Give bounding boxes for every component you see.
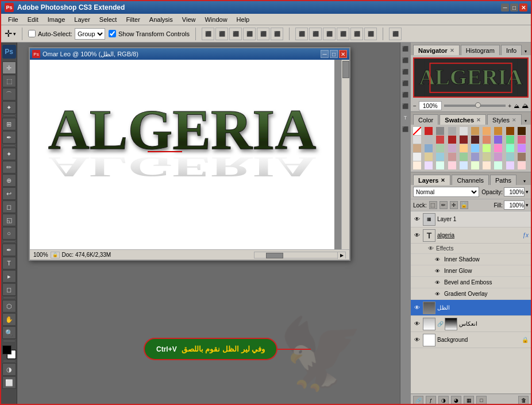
swatch-item[interactable] — [436, 136, 444, 144]
navigator-tab-close[interactable]: ✕ — [450, 48, 454, 53]
swatch-item[interactable] — [494, 127, 502, 135]
doc-restore-button[interactable]: □ — [330, 50, 338, 58]
algeria-eye[interactable]: 👁 — [413, 232, 421, 240]
menu-file[interactable]: File — [3, 15, 23, 24]
fill-input[interactable] — [504, 200, 525, 210]
link-layers-button[interactable]: 🔗 — [413, 396, 423, 405]
lasso-tool[interactable]: ⌒ — [2, 88, 16, 101]
swatch-item[interactable] — [494, 153, 502, 161]
swatch-item[interactable] — [494, 136, 502, 144]
text-tool[interactable]: T — [2, 257, 16, 269]
swatch-item[interactable] — [425, 161, 433, 169]
side-icon-3[interactable]: ⬛ — [402, 68, 410, 76]
swatch-item[interactable] — [483, 136, 491, 144]
swatch-item[interactable] — [448, 161, 456, 169]
swatch-item[interactable] — [460, 144, 468, 152]
side-icon-1[interactable]: ⬛ — [402, 45, 410, 53]
swatch-item[interactable] — [413, 161, 421, 169]
gradient-overlay-eye[interactable]: 👁 — [434, 291, 441, 298]
swatch-item[interactable] — [483, 127, 491, 135]
auto-select-checkbox[interactable] — [28, 30, 36, 37]
layer-row-shadow[interactable]: 👁 الظل — [411, 300, 531, 316]
path-select-tool[interactable]: ▸ — [2, 270, 16, 283]
swatch-item[interactable] — [448, 136, 456, 144]
swatch-item[interactable] — [506, 127, 514, 135]
add-style-button[interactable]: ƒ — [426, 396, 436, 405]
dodge-tool[interactable]: ○ — [2, 227, 16, 240]
pen-tool[interactable]: ✒ — [2, 244, 16, 256]
tab-info[interactable]: Info — [501, 45, 522, 55]
doc-minimize-button[interactable]: ─ — [321, 50, 329, 58]
bg-eye[interactable]: 👁 — [413, 336, 421, 344]
opacity-input[interactable] — [504, 187, 525, 196]
effect-inner-shadow[interactable]: 👁 Inner Shadow — [411, 254, 531, 265]
swatches-tab-close[interactable]: ✕ — [476, 117, 481, 123]
dist-h-button[interactable]: ⬛ — [295, 28, 308, 40]
layers-collapse[interactable]: ▾ — [521, 177, 529, 185]
tab-navigator[interactable]: Navigator ✕ — [413, 45, 460, 55]
swatch-item[interactable] — [471, 127, 479, 135]
swatch-item[interactable] — [413, 136, 421, 144]
layers-tab-close[interactable]: ✕ — [441, 178, 445, 183]
swatch-item[interactable] — [483, 153, 491, 161]
side-icon-4[interactable]: ⬛ — [402, 79, 410, 87]
layer-row-background[interactable]: 👁 Background 🔒 — [411, 332, 531, 348]
shape-tool[interactable]: ◻ — [2, 283, 16, 296]
swatch-item[interactable] — [471, 144, 479, 152]
menu-window[interactable]: Window — [200, 15, 232, 24]
swatch-item[interactable] — [436, 153, 444, 161]
swatch-item[interactable] — [425, 153, 433, 161]
menu-view[interactable]: View — [178, 15, 201, 24]
menu-edit[interactable]: Edit — [23, 15, 43, 24]
scrollbar-thumb[interactable] — [342, 61, 349, 78]
maximize-button[interactable]: □ — [510, 3, 518, 11]
stamp-tool[interactable]: ⊕ — [2, 174, 16, 187]
menu-layer[interactable]: Layer — [70, 15, 95, 24]
swatch-transparent[interactable] — [413, 127, 421, 135]
effect-inner-glow[interactable]: 👁 Inner Glow — [411, 265, 531, 277]
foreground-color[interactable] — [2, 345, 11, 354]
new-adjustment-button[interactable]: ◕ — [451, 396, 461, 405]
align-bottom-button[interactable]: ⬛ — [271, 28, 283, 40]
swatch-item[interactable] — [425, 136, 433, 144]
dist-v2-button[interactable]: ⬛ — [337, 28, 349, 40]
canvas-scrollbar-right[interactable] — [341, 60, 349, 249]
swatch-item[interactable] — [506, 136, 514, 144]
auto-select-dropdown[interactable]: Group — [75, 28, 105, 40]
swatch-item[interactable] — [413, 144, 421, 152]
layer-row-algeria[interactable]: 👁 T algeria ƒx — [411, 227, 531, 244]
bevel-emboss-eye[interactable]: 👁 — [434, 279, 441, 286]
crop-tool[interactable]: ⊞ — [2, 118, 16, 130]
add-mask-button[interactable]: ◑ — [438, 396, 449, 405]
tab-layers[interactable]: Layers ✕ — [413, 175, 450, 185]
align-center-button[interactable]: ⬛ — [215, 28, 228, 40]
fill-arrow[interactable]: ▾ — [526, 202, 529, 208]
delete-layer-button[interactable]: 🗑 — [518, 396, 529, 405]
align-middle-button[interactable]: ⬛ — [257, 28, 269, 40]
move-tool[interactable]: ✛ — [2, 61, 16, 74]
swatch-item[interactable] — [506, 153, 514, 161]
swatch-item[interactable] — [436, 161, 444, 169]
tab-styles[interactable]: Styles ✕ — [487, 114, 522, 125]
swatch-item[interactable] — [506, 144, 514, 152]
side-icon-7[interactable]: T — [402, 114, 410, 122]
canvas-button[interactable]: ⬛ — [389, 28, 402, 40]
swatch-item[interactable] — [460, 153, 468, 161]
reflection-eye[interactable]: 👁 — [413, 320, 421, 328]
color-selector[interactable] — [2, 345, 16, 359]
new-group-button[interactable]: ▦ — [464, 396, 474, 405]
styles-tab-close[interactable]: ✕ — [512, 117, 516, 123]
swatch-item[interactable] — [460, 161, 468, 169]
effect-gradient-overlay[interactable]: 👁 Gradient Overlay — [411, 288, 531, 300]
lock-move-button[interactable]: ✛ — [450, 201, 458, 209]
align-top-button[interactable]: ⬛ — [243, 28, 256, 40]
side-icon-8[interactable]: ⬛ — [402, 125, 410, 133]
side-icon-2[interactable]: ⬛ — [402, 56, 410, 64]
dist-h2-button[interactable]: ⬛ — [323, 28, 336, 40]
swatches-collapse[interactable]: ▾ — [523, 117, 529, 125]
magic-wand-tool[interactable]: ✦ — [2, 101, 16, 114]
dist-h3-button[interactable]: ⬛ — [350, 28, 363, 40]
navigator-collapse[interactable]: ▾ — [523, 47, 529, 55]
swatch-item[interactable] — [471, 153, 479, 161]
lock-paint-button[interactable]: ✏ — [440, 201, 448, 209]
